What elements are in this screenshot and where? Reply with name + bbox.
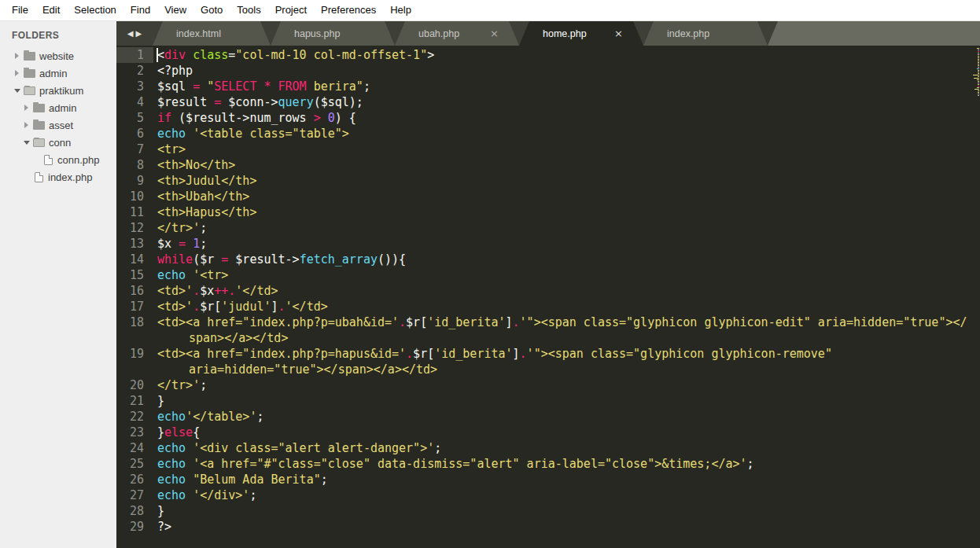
line-number: 15 bbox=[116, 267, 153, 283]
sidebar-item-website[interactable]: website bbox=[0, 47, 116, 64]
line-number: 11 bbox=[116, 204, 153, 220]
tab-home.php[interactable]: home.php× bbox=[519, 21, 643, 46]
folder-icon bbox=[24, 52, 35, 61]
sidebar-item-label: praktikum bbox=[39, 85, 83, 97]
tab-ubah.php[interactable]: ubah.php× bbox=[395, 21, 519, 46]
folder-icon bbox=[24, 86, 35, 95]
line-number: 25 bbox=[116, 456, 153, 472]
line-number: 24 bbox=[116, 440, 153, 456]
code-row: 1<div class="col-md-10 col-md-offset-1"> bbox=[116, 47, 980, 63]
code-line: $result = $conn->query($sql); bbox=[153, 94, 363, 110]
code-row: 12</tr>'; bbox=[116, 220, 980, 236]
menu-item-edit[interactable]: Edit bbox=[35, 0, 67, 20]
minimap-line bbox=[978, 92, 979, 93]
folder-icon bbox=[33, 138, 45, 147]
line-number: 7 bbox=[116, 142, 153, 157]
folder-tree: websiteadminpraktikumadminassetconnconn.… bbox=[0, 47, 116, 186]
menu-item-selection[interactable]: Selection bbox=[67, 0, 123, 20]
folders-header: FOLDERS bbox=[0, 21, 116, 47]
chevron-right-icon[interactable] bbox=[21, 105, 31, 111]
code-line: echo '</div>'; bbox=[153, 487, 256, 503]
line-number: 26 bbox=[116, 472, 153, 487]
menu-item-project[interactable]: Project bbox=[268, 0, 314, 20]
line-number: 1 bbox=[116, 47, 153, 63]
line-number: 6 bbox=[116, 126, 153, 142]
line-number: 5 bbox=[116, 110, 153, 126]
menu-item-view[interactable]: View bbox=[157, 0, 193, 20]
sidebar-item-praktikum[interactable]: praktikum bbox=[0, 82, 116, 99]
menu-bar: FileEditSelectionFindViewGotoToolsProjec… bbox=[0, 0, 980, 21]
code-line: echo '<div class="alert alert-danger">'; bbox=[153, 440, 441, 456]
code-row: 11<th>Hapus</th> bbox=[116, 204, 980, 220]
tab-index.html[interactable]: index.html bbox=[153, 21, 271, 46]
code-row: 13$x = 1; bbox=[116, 236, 980, 252]
sidebar-item-admin[interactable]: admin bbox=[0, 99, 116, 116]
code-row: 5if ($result->num_rows > 0) { bbox=[116, 110, 980, 126]
line-number bbox=[116, 362, 153, 377]
code-row: 21} bbox=[116, 393, 980, 409]
code-row: 16<td>'.$x++.'</td> bbox=[116, 283, 980, 299]
code-row: 20</tr>'; bbox=[116, 377, 980, 393]
tab-label: home.php bbox=[543, 28, 614, 39]
minimap-line bbox=[973, 75, 979, 75]
sidebar-item-admin[interactable]: admin bbox=[0, 64, 116, 82]
minimap-line bbox=[978, 65, 979, 66]
code-line: <td>'.$r['judul'].'</td> bbox=[153, 299, 328, 314]
minimap-line bbox=[978, 53, 979, 53]
minimap-line bbox=[978, 84, 979, 85]
sidebar[interactable]: FOLDERS websiteadminpraktikumadminassetc… bbox=[0, 21, 116, 548]
minimap-line bbox=[978, 95, 979, 96]
menu-item-help[interactable]: Help bbox=[383, 0, 418, 20]
chevron-right-icon[interactable] bbox=[12, 70, 22, 76]
menu-item-tools[interactable]: Tools bbox=[230, 0, 267, 20]
code-line: echo'</table>'; bbox=[153, 409, 263, 425]
sidebar-item-asset[interactable]: asset bbox=[0, 116, 116, 134]
code-line: <div class="col-md-10 col-md-offset-1"> bbox=[153, 47, 434, 63]
menu-item-goto[interactable]: Goto bbox=[193, 0, 230, 20]
minimap-line bbox=[978, 81, 979, 82]
tab-scroll-right-icon[interactable]: ▶ bbox=[136, 29, 142, 38]
line-number: 4 bbox=[116, 94, 153, 110]
code-line: <td><a href="index.php?p=ubah&id='.$r['i… bbox=[153, 314, 967, 330]
line-number: 20 bbox=[116, 377, 153, 393]
minimap-line bbox=[978, 57, 979, 58]
chevron-down-icon[interactable] bbox=[21, 141, 31, 145]
minimap-line bbox=[978, 64, 979, 64]
tabs-container: index.htmlhapus.phpubah.php×home.php×ind… bbox=[153, 21, 980, 46]
line-number: 27 bbox=[116, 487, 153, 503]
sidebar-item-label: conn.php bbox=[57, 154, 100, 166]
minimap-line bbox=[977, 48, 979, 49]
line-number: 2 bbox=[116, 63, 153, 79]
sidebar-item-label: admin bbox=[39, 68, 67, 79]
menu-item-find[interactable]: Find bbox=[123, 0, 157, 20]
sidebar-item-conn.php[interactable]: conn.php bbox=[0, 151, 116, 168]
tab-hapus.php[interactable]: hapus.php bbox=[271, 21, 395, 46]
menu-item-preferences[interactable]: Preferences bbox=[314, 0, 383, 20]
close-icon[interactable]: × bbox=[490, 28, 499, 39]
code-row: 26echo "Belum Ada Berita"; bbox=[116, 472, 980, 487]
code-row: 7<tr> bbox=[116, 142, 980, 157]
code-row: 25echo '<a href="#"class="close" data-di… bbox=[116, 456, 980, 472]
chevron-down-icon[interactable] bbox=[12, 89, 22, 93]
folder-icon bbox=[33, 104, 45, 112]
close-icon[interactable]: × bbox=[614, 28, 623, 39]
chevron-right-icon[interactable] bbox=[21, 122, 31, 128]
minimap-line bbox=[978, 50, 979, 50]
code-editor[interactable]: 1<div class="col-md-10 col-md-offset-1">… bbox=[116, 46, 980, 548]
tab-index.php[interactable]: index.php bbox=[643, 21, 768, 46]
sidebar-item-conn[interactable]: conn bbox=[0, 134, 116, 151]
minimap[interactable] bbox=[973, 48, 980, 97]
minimap-line bbox=[978, 76, 979, 77]
code-line: aria=hidden="true"></span></a></td> bbox=[153, 362, 437, 377]
menu-item-file[interactable]: File bbox=[5, 0, 35, 20]
sidebar-item-index.php[interactable]: index.php bbox=[0, 168, 116, 186]
minimap-line bbox=[978, 61, 979, 61]
chevron-right-icon[interactable] bbox=[12, 53, 22, 59]
tab-scroll-left-icon[interactable]: ◀ bbox=[127, 29, 134, 38]
tab-bar: ◀ ▶ index.htmlhapus.phpubah.php×home.php… bbox=[116, 21, 980, 46]
code-line: </tr>'; bbox=[153, 220, 207, 236]
sidebar-item-label: admin bbox=[49, 102, 76, 114]
code-line: $x = 1; bbox=[153, 236, 207, 252]
minimap-line bbox=[978, 83, 979, 83]
line-number: 22 bbox=[116, 409, 153, 425]
